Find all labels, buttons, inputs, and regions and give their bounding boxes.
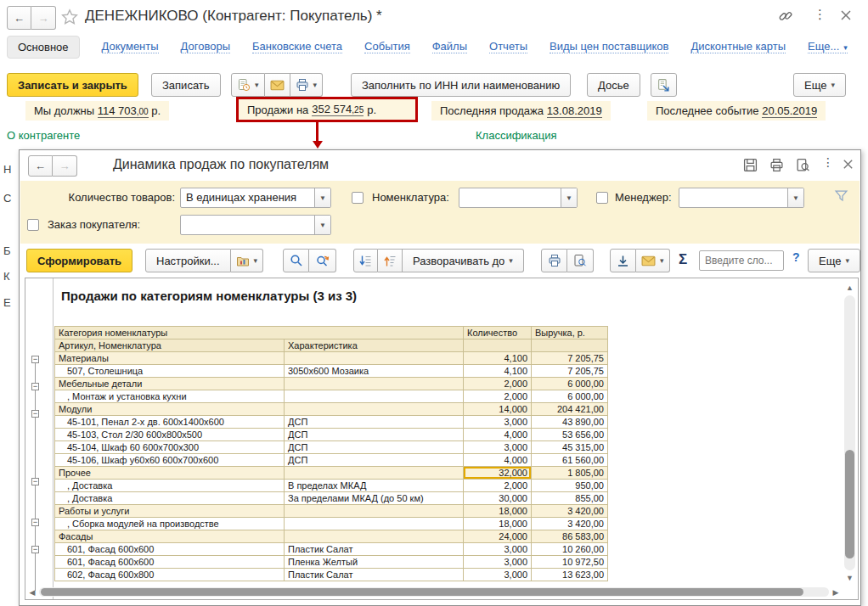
collapse-group-icon[interactable]: −	[31, 478, 39, 485]
collapse-group-icon[interactable]: −	[31, 410, 39, 418]
cancel-search-button[interactable]	[309, 249, 336, 272]
close-window-icon[interactable]	[839, 8, 853, 22]
create-based-on-button[interactable]: ▾	[231, 73, 265, 97]
send-result-button[interactable]: ▾	[636, 249, 670, 272]
tab-item[interactable]: Договоры	[181, 40, 230, 53]
last-sale-value-link[interactable]: 13.08.2019	[547, 104, 602, 118]
table-row[interactable]: 45-104, Шкаф 60 600х700х300ДСП3,00045 31…	[55, 441, 608, 454]
tab-item[interactable]: Основное	[7, 36, 80, 59]
combo-dropdown-icon[interactable]: ▼	[314, 216, 330, 234]
generate-report-button[interactable]: Сформировать	[26, 249, 132, 272]
save-close-button[interactable]: Записать и закрыть	[7, 73, 138, 97]
preview-report-button[interactable]	[567, 249, 594, 272]
nomenclature-checkbox[interactable]	[352, 192, 364, 204]
scroll-down-icon[interactable]: ▼	[843, 574, 856, 582]
collapse-group-icon[interactable]: −	[31, 519, 39, 526]
table-row[interactable]: , Монтаж и установка кухни2,0006 000,00	[55, 390, 608, 403]
load-data-button[interactable]	[651, 73, 677, 97]
scroll-left-icon[interactable]: ◀	[27, 588, 37, 597]
vertical-scroll-thumb[interactable]	[845, 450, 854, 558]
scroll-up-icon[interactable]: ▲	[843, 283, 856, 292]
table-row[interactable]: 601, Фасад 600х600Пленка Желтый3,00010 9…	[55, 556, 608, 569]
more-actions-button[interactable]: Еще▾	[793, 73, 846, 97]
combo-dropdown-icon[interactable]: ▼	[787, 188, 803, 207]
report-back-button[interactable]: ←	[28, 155, 53, 177]
get-link-icon[interactable]	[778, 8, 793, 24]
report-variants-button[interactable]: ▾	[231, 249, 264, 272]
section-link-classification[interactable]: Классификация	[476, 129, 557, 142]
print-report-button[interactable]	[541, 249, 567, 272]
table-row[interactable]: 45-101, Пенал 2-х дв. 600х1400х600ДСП3,0…	[55, 416, 608, 429]
tab-item[interactable]: Виды цен поставщиков	[550, 40, 668, 53]
tab-item[interactable]: Дисконтные карты	[690, 40, 786, 53]
section-link-about[interactable]: О контрагенте	[7, 129, 80, 142]
combo-dropdown-icon[interactable]: ▼	[561, 188, 577, 207]
scroll-right-icon[interactable]: ▶	[831, 588, 841, 597]
back-button[interactable]: ←	[7, 6, 31, 30]
table-row[interactable]: 45-103, Стол 2/30 600х800х500ДСП4,00053 …	[55, 429, 608, 441]
manager-combo[interactable]: ▼	[679, 188, 804, 208]
table-row[interactable]: 507, Столешница3050х600 Мозаика4,1007 20…	[55, 365, 608, 378]
combo-dropdown-icon[interactable]: ▼	[314, 188, 330, 207]
table-row[interactable]: Работы и услуги18,0003 420,00	[55, 505, 608, 518]
report-more-button[interactable]: Еще▾	[808, 249, 860, 272]
report-forward-button[interactable]: →	[53, 155, 77, 177]
customer-order-combo[interactable]: ▼	[180, 215, 331, 235]
close-report-icon[interactable]	[842, 158, 854, 171]
expand-to-button[interactable]: Разворачивать до▾	[403, 249, 524, 272]
report-menu-dots-icon[interactable]: ⋮	[822, 155, 834, 169]
save-button[interactable]: Записать	[151, 73, 221, 97]
table-row[interactable]: , ДоставкаЗа пределами МКАД (до 50 км)30…	[55, 492, 608, 505]
collapse-groups-button[interactable]	[353, 249, 378, 272]
last-event-value-link[interactable]: 20.05.2019	[762, 104, 817, 118]
send-email-button[interactable]	[265, 73, 290, 97]
collapse-group-icon[interactable]: −	[31, 383, 39, 390]
tab-item[interactable]: События	[364, 40, 410, 53]
print-preview-icon[interactable]	[796, 158, 810, 172]
table-row[interactable]: , ДоставкаВ пределах МКАД2,000950,00	[55, 480, 608, 492]
vertical-scroll-track[interactable]	[844, 295, 855, 570]
horizontal-scroll-track[interactable]	[39, 587, 829, 597]
sales-value-link[interactable]: 352 574,25	[312, 103, 364, 116]
table-row[interactable]: , Сборка модулей на производстве18,0003 …	[55, 518, 608, 530]
quick-search-input[interactable]	[699, 250, 784, 271]
sum-sigma-icon[interactable]: Σ	[679, 251, 687, 268]
save-report-icon[interactable]	[743, 158, 758, 172]
help-icon[interactable]: ?	[792, 250, 800, 264]
table-row[interactable]: 601, Фасад 600х600Пластик Салат3,00010 2…	[55, 543, 608, 556]
filter-funnel-icon[interactable]	[834, 189, 848, 203]
favorite-star-icon[interactable]	[61, 8, 78, 25]
window-menu-dots-icon[interactable]: ⋮	[814, 7, 826, 22]
print-button[interactable]: ▾	[290, 73, 324, 97]
horizontal-scrollbar[interactable]: ◀ ▶	[27, 586, 841, 598]
table-row[interactable]: 45-106, Шкаф у60х60 600х700х600ДСП4,0006…	[55, 454, 608, 467]
tab-item[interactable]: Банковские счета	[252, 40, 342, 53]
table-row[interactable]: Прочее32,0001 805,00	[55, 467, 608, 480]
fill-by-inn-button[interactable]: Заполнить по ИНН или наименованию	[351, 73, 571, 97]
dossier-button[interactable]: Досье	[587, 73, 640, 97]
manager-checkbox[interactable]	[596, 192, 608, 204]
tab-item[interactable]: Файлы	[432, 40, 467, 53]
nomenclature-combo[interactable]: ▼	[459, 188, 578, 208]
collapse-group-icon[interactable]: −	[31, 546, 39, 553]
horizontal-scroll-thumb[interactable]	[41, 588, 803, 596]
collapse-group-icon[interactable]: −	[31, 356, 39, 363]
vertical-scrollbar[interactable]: ▲ ▼	[843, 282, 856, 584]
table-row[interactable]: Модули14,000204 421,00	[55, 403, 608, 416]
forward-button[interactable]: →	[31, 6, 56, 30]
search-button[interactable]	[283, 249, 309, 272]
we-owe-value-link[interactable]: 114 703,00	[98, 104, 149, 118]
table-row[interactable]: Мебельные детали2,0006 000,00	[55, 378, 608, 390]
table-row[interactable]: Материалы4,1007 205,75	[55, 352, 608, 365]
customer-order-checkbox[interactable]	[27, 219, 39, 231]
tab-item[interactable]: Документы	[102, 40, 159, 53]
print-report-icon[interactable]	[769, 158, 784, 172]
save-result-button[interactable]	[610, 249, 636, 272]
tab-item[interactable]: Еще...▾	[808, 40, 848, 53]
expand-groups-button[interactable]	[378, 249, 403, 272]
table-row[interactable]: 602, Фасад 600х800Пластик Салат3,00013 6…	[55, 569, 608, 581]
tab-item[interactable]: Отчеты	[489, 40, 527, 53]
table-row[interactable]: Фасады24,00086 583,00	[55, 530, 608, 543]
settings-button[interactable]: Настройки...	[145, 249, 231, 272]
quantity-units-combo[interactable]: В единицах хранения ▼	[180, 188, 331, 208]
